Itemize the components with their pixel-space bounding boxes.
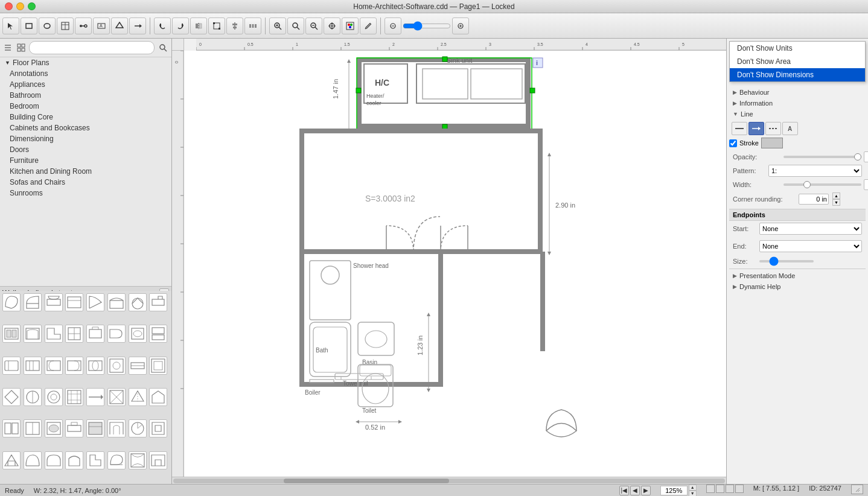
thumb-45[interactable] bbox=[86, 451, 104, 469]
thumb-5[interactable] bbox=[86, 293, 104, 311]
zoom-input[interactable] bbox=[660, 486, 688, 495]
page-next[interactable]: ▶ bbox=[641, 486, 651, 495]
indicator-2[interactable] bbox=[716, 485, 724, 493]
thumb-25[interactable] bbox=[2, 388, 21, 406]
resize-handle[interactable] bbox=[851, 485, 863, 494]
information-section[interactable]: ▶ Information bbox=[729, 98, 866, 109]
search-input[interactable] bbox=[29, 41, 155, 54]
thumb-9[interactable] bbox=[2, 325, 21, 343]
connector-tool[interactable] bbox=[75, 17, 92, 34]
layer-walls-header[interactable]: Walls, shell and structure ✕ bbox=[0, 287, 171, 291]
tree-item-kitchen[interactable]: Kitchen and Dining Room bbox=[0, 166, 171, 177]
line-style-dashed[interactable] bbox=[765, 122, 781, 135]
corner-rounding-up[interactable]: ▲ bbox=[832, 192, 840, 199]
pencil-tool[interactable] bbox=[360, 17, 377, 34]
thumb-46[interactable] bbox=[107, 451, 126, 469]
minimize-button[interactable] bbox=[16, 2, 24, 10]
thumb-30[interactable] bbox=[107, 388, 126, 406]
pan-tool[interactable] bbox=[324, 17, 340, 34]
ellipse-tool[interactable] bbox=[39, 17, 56, 34]
thumb-42[interactable] bbox=[24, 451, 42, 469]
thumb-28[interactable] bbox=[65, 388, 83, 406]
thumb-16[interactable] bbox=[149, 325, 167, 343]
thumb-20[interactable] bbox=[65, 357, 83, 375]
thumb-34[interactable] bbox=[24, 419, 42, 437]
line-style-text[interactable]: A bbox=[782, 122, 798, 135]
thumb-10[interactable] bbox=[24, 325, 42, 343]
no-units-item[interactable]: Don't Show Units bbox=[730, 42, 865, 55]
opacity-slider[interactable] bbox=[783, 156, 861, 158]
opacity-value[interactable] bbox=[864, 151, 868, 162]
zoom-up[interactable]: ▲ bbox=[689, 485, 697, 491]
zoom-down[interactable]: ▼ bbox=[689, 491, 697, 497]
tree-item-doors[interactable]: Doors bbox=[0, 144, 171, 155]
zoom-in-small[interactable] bbox=[452, 17, 469, 34]
pointer-tool[interactable] bbox=[2, 17, 19, 34]
thumb-4[interactable] bbox=[65, 293, 83, 311]
thumb-29[interactable] bbox=[86, 388, 104, 406]
corner-rounding-stepper[interactable]: ▲ ▼ bbox=[832, 192, 840, 206]
behaviour-section[interactable]: ▶ Behaviour bbox=[729, 87, 866, 98]
thumb-47[interactable] bbox=[129, 451, 147, 469]
end-select[interactable]: None Arrow Circle bbox=[759, 240, 862, 252]
tree-item-annotations[interactable]: Annotations bbox=[0, 68, 171, 79]
page-first[interactable]: |◀ bbox=[619, 486, 629, 495]
thumb-41[interactable] bbox=[2, 451, 21, 469]
thumb-21[interactable] bbox=[86, 357, 104, 375]
thumb-44[interactable] bbox=[65, 451, 83, 469]
tree-item-appliances[interactable]: Appliances bbox=[0, 79, 171, 90]
close-button[interactable] bbox=[5, 2, 13, 10]
h-scrollbar[interactable] bbox=[172, 477, 726, 484]
thumb-3[interactable] bbox=[45, 293, 63, 311]
pattern-select[interactable]: 1: 2: - - 3: ··· bbox=[768, 165, 862, 177]
thumb-2[interactable] bbox=[24, 293, 42, 311]
stroke-checkbox[interactable] bbox=[729, 139, 737, 147]
tree-item-dimensioning[interactable]: Dimensioning bbox=[0, 133, 171, 144]
tree-item-cabinets[interactable]: Cabinets and Bookcases bbox=[0, 122, 171, 133]
endpoints-header[interactable]: Endpoints bbox=[729, 209, 866, 221]
thumb-1[interactable] bbox=[2, 293, 21, 311]
presentation-mode-section[interactable]: ▶ Presentation Mode bbox=[729, 270, 866, 281]
tree-item-bedroom[interactable]: Bedroom bbox=[0, 101, 171, 112]
stroke-color-swatch[interactable] bbox=[761, 138, 783, 148]
redo-tool[interactable] bbox=[172, 17, 189, 34]
start-select[interactable]: None Arrow Circle bbox=[759, 223, 862, 235]
main-canvas[interactable]: H/C Heater/ cooler Sink unit bbox=[184, 51, 726, 477]
thumb-6[interactable] bbox=[107, 293, 126, 311]
thumb-36[interactable] bbox=[65, 419, 83, 437]
grid-view-toggle[interactable] bbox=[16, 42, 27, 53]
dynamic-help-section[interactable]: ▶ Dynamic Help bbox=[729, 281, 866, 292]
width-value[interactable] bbox=[864, 179, 868, 190]
undo-tool[interactable] bbox=[154, 17, 171, 34]
thumb-37[interactable] bbox=[86, 419, 104, 437]
corner-rounding-value[interactable] bbox=[799, 194, 829, 205]
thumb-14[interactable] bbox=[107, 325, 126, 343]
line-style-arrow[interactable] bbox=[748, 122, 764, 135]
indicator-4[interactable] bbox=[735, 485, 744, 493]
zoom-slider[interactable] bbox=[403, 24, 451, 28]
thumb-43[interactable] bbox=[45, 451, 63, 469]
rect-tool[interactable] bbox=[21, 17, 37, 34]
window-controls[interactable] bbox=[5, 2, 36, 10]
tree-item-building-core[interactable]: Building Core bbox=[0, 112, 171, 122]
thumb-48[interactable] bbox=[149, 451, 167, 469]
page-prev[interactable]: ◀ bbox=[630, 486, 640, 495]
thumb-7[interactable] bbox=[129, 293, 147, 311]
distribute-tool[interactable] bbox=[244, 17, 261, 34]
line-section[interactable]: ▼ Line bbox=[729, 109, 866, 119]
tree-item-bathroom[interactable]: Bathroom bbox=[0, 90, 171, 101]
tree-item-sofas[interactable]: Sofas and Chairs bbox=[0, 177, 171, 188]
resize-tool[interactable] bbox=[208, 17, 225, 34]
thumb-40[interactable] bbox=[149, 419, 167, 437]
tree-item-sunrooms[interactable]: Sunrooms bbox=[0, 188, 171, 199]
corner-rounding-down[interactable]: ▼ bbox=[832, 199, 840, 206]
thumb-18[interactable] bbox=[24, 357, 42, 375]
table-tool[interactable] bbox=[57, 17, 74, 34]
thumb-13[interactable] bbox=[86, 325, 104, 343]
thumb-22[interactable] bbox=[107, 357, 126, 375]
align-tool[interactable] bbox=[226, 17, 243, 34]
thumb-39[interactable] bbox=[129, 419, 147, 437]
thumb-27[interactable] bbox=[45, 388, 63, 406]
no-dimensions-item[interactable]: Don't Show Dimensions bbox=[730, 68, 865, 81]
thumb-8[interactable] bbox=[149, 293, 167, 311]
